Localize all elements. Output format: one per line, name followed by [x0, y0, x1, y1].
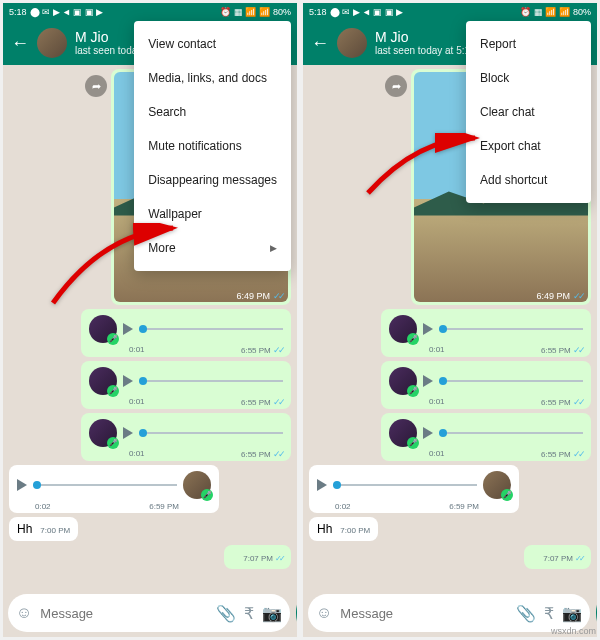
mic-icon: 🎤	[107, 333, 119, 345]
menu-wallpaper[interactable]: Wallpaper	[134, 197, 291, 231]
forward-icon[interactable]: ➦	[85, 75, 107, 97]
voice-message[interactable]: 🎤0:016:55 PM ✓✓	[81, 309, 291, 357]
emoji-icon[interactable]: ☺	[316, 604, 332, 622]
voice-message-incoming[interactable]: 🎤0:026:59 PM	[9, 465, 219, 513]
context-submenu: Report Block Clear chat Export chat Add …	[466, 21, 591, 203]
menu-search[interactable]: Search	[134, 95, 291, 129]
avatar[interactable]	[37, 28, 67, 58]
menu-media-links-docs[interactable]: Media, links, and docs	[134, 61, 291, 95]
play-icon[interactable]	[123, 323, 133, 335]
menu-clear-chat[interactable]: Clear chat	[466, 95, 591, 129]
voice-message[interactable]: 🎤0:016:55 PM ✓✓	[381, 361, 591, 409]
attach-icon[interactable]: 📎	[216, 604, 236, 623]
voice-message-incoming[interactable]: 🎤0:026:59 PM	[309, 465, 519, 513]
menu-more[interactable]: More▶	[134, 231, 291, 265]
input-bar: ☺ 📎 ₹ 📷 🎤	[3, 589, 297, 637]
menu-report[interactable]: Report	[466, 27, 591, 61]
mic-button[interactable]: 🎤	[596, 594, 597, 632]
camera-icon[interactable]: 📷	[562, 604, 582, 623]
text-message-in[interactable]: Hh7:00 PM	[309, 517, 378, 541]
emoji-icon[interactable]: ☺	[16, 604, 32, 622]
menu-export-chat[interactable]: Export chat	[466, 129, 591, 163]
camera-icon[interactable]: 📷	[262, 604, 282, 623]
status-bar: 5:18⬤ ✉ ▶ ◄ ▣ ▣ ▶ ⏰ ▦ 📶 📶80%	[303, 3, 597, 21]
message-input[interactable]	[40, 606, 208, 621]
message-input-pill[interactable]: ☺ 📎 ₹ 📷	[8, 594, 290, 632]
watermark: wsxdn.com	[551, 626, 596, 636]
mic-button[interactable]: 🎤	[296, 594, 297, 632]
payment-icon[interactable]: ₹	[244, 604, 254, 623]
back-icon[interactable]: ←	[311, 33, 329, 54]
back-icon[interactable]: ←	[11, 33, 29, 54]
voice-message[interactable]: 🎤0:016:55 PM ✓✓	[381, 309, 591, 357]
menu-block[interactable]: Block	[466, 61, 591, 95]
voice-message[interactable]: 🎤0:016:55 PM ✓✓	[381, 413, 591, 461]
menu-view-contact[interactable]: View contact	[134, 27, 291, 61]
message-input-pill[interactable]: ☺ 📎 ₹ 📷	[308, 594, 590, 632]
forward-icon[interactable]: ➦	[385, 75, 407, 97]
payment-icon[interactable]: ₹	[544, 604, 554, 623]
read-ticks-icon: ✓✓	[273, 291, 283, 301]
text-message-out[interactable]: 7:07 PM✓✓	[524, 545, 591, 569]
phone-left: 5:18⬤ ✉ ▶ ◄ ▣ ▣ ▶ ⏰ ▦ 📶 📶80% ← M Jio las…	[3, 3, 297, 637]
text-message-out[interactable]: 7:07 PM✓✓	[224, 545, 291, 569]
text-message-in[interactable]: Hh7:00 PM	[9, 517, 78, 541]
voice-message[interactable]: 🎤0:016:55 PM ✓✓	[81, 413, 291, 461]
chevron-right-icon: ▶	[270, 243, 277, 253]
menu-disappearing-messages[interactable]: Disappearing messages	[134, 163, 291, 197]
menu-mute-notifications[interactable]: Mute notifications	[134, 129, 291, 163]
voice-message[interactable]: 🎤0:016:55 PM ✓✓	[81, 361, 291, 409]
message-input[interactable]	[340, 606, 508, 621]
avatar[interactable]	[337, 28, 367, 58]
phone-right: 5:18⬤ ✉ ▶ ◄ ▣ ▣ ▶ ⏰ ▦ 📶 📶80% ← M Jio las…	[303, 3, 597, 637]
attach-icon[interactable]: 📎	[516, 604, 536, 623]
context-menu: View contact Media, links, and docs Sear…	[134, 21, 291, 271]
menu-add-shortcut[interactable]: Add shortcut	[466, 163, 591, 197]
read-ticks-icon: ✓✓	[573, 291, 583, 301]
status-bar: 5:18⬤ ✉ ▶ ◄ ▣ ▣ ▶ ⏰ ▦ 📶 📶80%	[3, 3, 297, 21]
